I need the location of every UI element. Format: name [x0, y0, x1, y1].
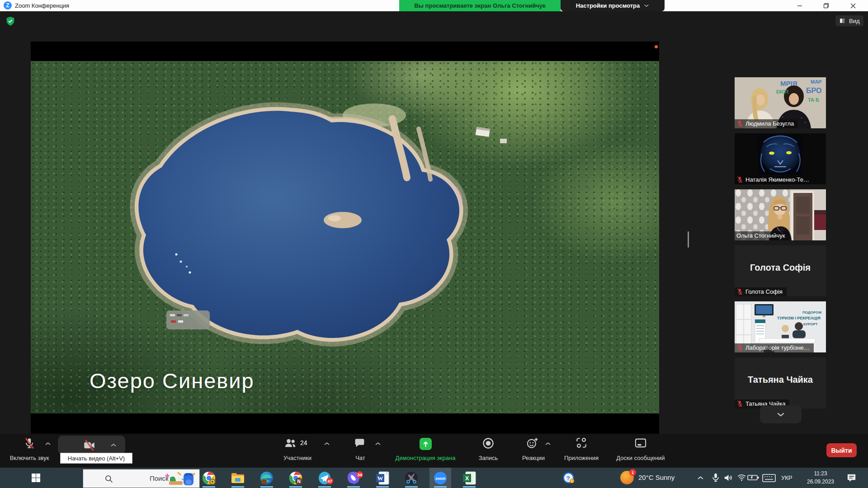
chevron-up-icon[interactable]: [375, 442, 381, 446]
participant-name-tag: Лабораторія турбізне…: [735, 343, 814, 352]
chevron-up-icon[interactable]: [45, 442, 51, 446]
participant-name: Ольга Стогнийчук: [736, 232, 785, 239]
svg-text:zoom: zoom: [435, 476, 446, 481]
participant-tile-golota[interactable]: Голота Софія Голота Софія: [735, 245, 826, 296]
wall-word: ЕКСП: [776, 89, 788, 94]
close-button[interactable]: [843, 0, 863, 11]
svg-text:i: i: [571, 479, 572, 483]
help-icon[interactable]: ? i: [562, 472, 575, 484]
mic-muted-icon: [736, 176, 743, 183]
excel-icon[interactable]: X: [462, 471, 476, 485]
telegram-badge: 47: [326, 478, 333, 484]
mic-muted-icon: [736, 344, 743, 351]
participant-name-tag: Ольга Стогнийчук: [735, 231, 789, 240]
keyboard-icon[interactable]: [762, 474, 776, 483]
slide-caption: Озеро Синевир: [90, 368, 255, 393]
battery-icon[interactable]: [747, 474, 759, 481]
wall-word: МАР: [811, 79, 821, 84]
chrome-profile-icon[interactable]: N: [288, 471, 303, 485]
share-screen-icon: [420, 438, 432, 450]
participants-icon: [284, 437, 297, 450]
shared-video-frame: Озеро Синевир: [31, 61, 659, 413]
file-explorer-icon[interactable]: [231, 471, 245, 485]
screen-share-banner: Вы просматриваете экран Ольга Стогнийчук: [399, 0, 561, 11]
chat-label: Чат: [348, 455, 373, 461]
windows-taskbar: Поиск: [0, 468, 868, 488]
share-screen-label: Демонстрация экрана: [388, 455, 463, 461]
view-grid-icon: [839, 17, 846, 24]
view-button-label: Вид: [849, 18, 860, 24]
microphone-tray-icon[interactable]: [711, 473, 721, 483]
view-settings-label: Настройки просмотра: [576, 2, 640, 9]
speaker-icon[interactable]: [723, 473, 734, 483]
svg-text:X: X: [465, 475, 469, 482]
panel-resize-handle[interactable]: [688, 231, 689, 248]
word-icon[interactable]: W: [375, 471, 390, 485]
edge-icon[interactable]: [259, 471, 274, 485]
participant-name-tag: Наталія Якименко-Те…: [735, 175, 813, 184]
chevron-up-icon[interactable]: [110, 443, 117, 447]
participant-display-name: Татьяна Чайка: [735, 375, 826, 385]
participant-tile-lyudmila[interactable]: МРІЯ МАР ЕКСП БРО ТА Б Людмила Безугла: [735, 77, 826, 128]
participant-tile-olga-active[interactable]: Ольга Стогнийчук: [735, 189, 826, 240]
action-center-icon[interactable]: [846, 473, 857, 483]
search-highlights-art: [164, 471, 195, 487]
shared-screen-area: Озеро Синевир: [31, 42, 659, 434]
participant-name-tag: Голота Софія: [735, 287, 787, 296]
participant-tile-tatyana[interactable]: Татьяна Чайка Татьяна Чайка: [735, 357, 826, 408]
clock-date: 26.09.2023: [804, 478, 837, 486]
svg-text:N: N: [297, 479, 300, 484]
participant-tile-natalia[interactable]: Наталія Якименко-Те…: [735, 133, 826, 184]
whiteboard-icon: [634, 437, 647, 450]
language-indicator[interactable]: УКР: [781, 474, 793, 481]
svg-text:?: ?: [566, 475, 570, 482]
chevron-down-icon: [644, 4, 649, 7]
leave-button[interactable]: Выйти: [826, 443, 857, 457]
running-indicator: [405, 486, 418, 488]
clock-time: 11:23: [804, 469, 837, 478]
reactions-label: Реакции: [515, 455, 552, 461]
view-button[interactable]: Вид: [835, 15, 863, 26]
weather-notification-badge: 1: [629, 469, 636, 476]
chat-icon: [354, 437, 365, 449]
more-participants-button[interactable]: [760, 405, 802, 423]
unmute-label: Включить звук: [4, 455, 55, 461]
search-icon: [104, 474, 113, 483]
tray-chevron-up-icon[interactable]: [697, 476, 704, 480]
svg-text:W: W: [377, 475, 383, 482]
weather-text: 20°C Sunny: [638, 474, 675, 481]
minimize-button[interactable]: [789, 0, 810, 11]
chevron-up-icon[interactable]: [545, 442, 551, 446]
meeting-toolbar: Включить звук Начать видео (Alt+V) 24 Уч…: [0, 434, 868, 468]
running-indicator: [231, 486, 244, 488]
restore-button[interactable]: [816, 0, 836, 11]
start-video-tooltip: Начать видео (Alt+V): [60, 453, 132, 464]
running-indicator: [289, 486, 302, 488]
zoom-taskbar-icon[interactable]: zoom: [433, 471, 448, 485]
security-shield-icon[interactable]: [6, 16, 15, 26]
chrome-icon[interactable]: [202, 471, 216, 485]
running-indicator: [463, 486, 476, 488]
running-indicator: [318, 486, 331, 488]
mic-muted-icon: [736, 120, 743, 127]
zoom-logo-icon: Z: [4, 1, 12, 9]
search-input[interactable]: Поиск: [83, 469, 200, 488]
record-icon: [482, 437, 495, 450]
participant-tile-lab[interactable]: ПОДОРОЖ ТУРИЗМ І РЕКРЕАЦІЯ КУРОРТ Лабора…: [735, 301, 826, 352]
camera-muted-icon: [83, 439, 95, 451]
participant-name: Лабораторія турбізне…: [745, 344, 810, 351]
wall-word: ПОДОРОЖ: [802, 310, 821, 314]
wifi-icon[interactable]: [737, 473, 746, 482]
zoom-taskbar-active-tile[interactable]: zoom: [429, 468, 451, 488]
start-video-button[interactable]: [58, 436, 125, 454]
wall-word: МРІЯ: [780, 80, 797, 87]
recording-dot: [655, 45, 658, 48]
participants-label: Участники: [271, 455, 324, 461]
title-bar: Z Zoom Конференция Вы просматриваете экр…: [0, 0, 868, 11]
clock[interactable]: 11:23 26.09.2023: [804, 469, 837, 486]
view-settings-button[interactable]: Настройки просмотра: [561, 0, 665, 11]
apps-icon: [576, 437, 587, 449]
chevron-up-icon[interactable]: [324, 442, 330, 446]
scissors-app-icon[interactable]: [404, 471, 419, 485]
start-button[interactable]: [32, 474, 40, 482]
